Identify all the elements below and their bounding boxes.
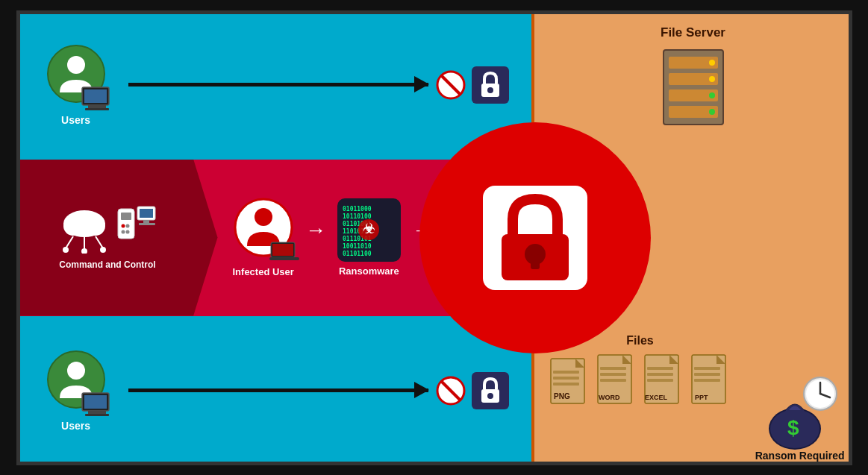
svg-text:PNG: PNG — [554, 392, 570, 400]
excel-file: EXCEL — [643, 353, 684, 406]
svg-rect-24 — [647, 373, 673, 376]
word-file-icon: WORD — [596, 353, 637, 406]
svg-rect-66 — [140, 209, 153, 218]
bot-blocked-icon — [436, 376, 466, 406]
svg-rect-73 — [269, 257, 299, 260]
svg-rect-17 — [600, 367, 626, 370]
svg-point-7 — [709, 92, 715, 98]
top-computer-icon — [81, 86, 113, 111]
bot-computer-icon — [81, 391, 113, 417]
svg-text:$: $ — [787, 416, 799, 439]
top-arrow-area — [128, 83, 428, 86]
svg-rect-12 — [553, 377, 579, 380]
ransomware-label: Ransomware — [339, 265, 399, 277]
top-blocked-area — [436, 66, 509, 104]
infected-user-label: Infected User — [233, 266, 294, 277]
svg-point-62 — [125, 224, 129, 228]
top-lock-icon — [472, 66, 509, 104]
svg-text:EXCEL: EXCEL — [645, 394, 668, 401]
big-lock-svg — [494, 193, 576, 283]
cnc-devices-icon — [116, 205, 157, 254]
file-server-section: File Server — [534, 10, 852, 128]
file-icons-row: PNG WORD — [549, 353, 731, 406]
big-lock-container — [483, 186, 587, 290]
ransomware-svg: 01011000 10110100 01101001 11010110 0111… — [341, 202, 397, 258]
bot-arrow-head — [414, 382, 429, 398]
svg-point-5 — [709, 60, 715, 66]
svg-rect-29 — [694, 367, 720, 370]
server-rack-icon — [660, 46, 727, 128]
svg-rect-25 — [647, 379, 673, 382]
top-user-area: Users — [46, 44, 106, 126]
svg-point-49 — [487, 87, 493, 93]
svg-rect-68 — [139, 223, 155, 225]
svg-point-57 — [81, 248, 87, 254]
svg-text:01101100: 01101100 — [343, 251, 372, 257]
svg-rect-43 — [84, 89, 107, 103]
top-arrow-head — [414, 76, 429, 92]
svg-point-52 — [86, 216, 105, 236]
svg-rect-13 — [553, 383, 579, 386]
bot-lock-svg — [478, 377, 502, 404]
svg-point-63 — [121, 230, 125, 234]
svg-rect-45 — [85, 108, 109, 110]
top-row-content: Users — [16, 44, 539, 126]
cnc-section: Command and Control — [16, 160, 218, 316]
svg-point-51 — [63, 216, 83, 236]
svg-text:01011000: 01011000 — [343, 206, 372, 213]
file-server-label: File Server — [661, 25, 725, 40]
ransom-section: $ Ransom Required — [755, 375, 845, 462]
main-diagram: File Server Files — [16, 10, 852, 465]
svg-rect-23 — [647, 367, 673, 370]
svg-line-55 — [96, 236, 103, 248]
bot-row-content: Users — [16, 350, 539, 432]
png-file: PNG — [549, 357, 590, 406]
ransom-required-label: Ransom Required — [755, 450, 845, 462]
top-blocked-icon — [436, 70, 466, 100]
svg-point-58 — [100, 247, 106, 253]
svg-point-41 — [67, 56, 85, 74]
svg-point-61 — [121, 224, 125, 228]
top-lock-svg — [478, 72, 502, 98]
infected-laptop-icon — [269, 241, 299, 263]
cnc-cloud-icon — [58, 205, 110, 254]
word-file: WORD — [596, 353, 637, 406]
svg-point-56 — [63, 247, 69, 253]
ransomware-area: 01011000 10110100 01101001 11010110 0111… — [337, 198, 401, 277]
bot-arrow-area — [128, 389, 428, 392]
svg-point-8 — [709, 109, 715, 115]
svg-point-84 — [67, 362, 85, 380]
svg-text:☣: ☣ — [363, 221, 375, 236]
bot-user-icon-container — [46, 350, 106, 409]
svg-rect-31 — [694, 379, 720, 382]
top-users-label: Users — [61, 114, 90, 126]
svg-point-6 — [709, 76, 715, 82]
svg-rect-86 — [84, 395, 107, 409]
svg-rect-11 — [553, 371, 579, 374]
svg-rect-87 — [88, 411, 106, 414]
svg-rect-30 — [694, 373, 720, 376]
money-bag-icon: $ — [759, 375, 841, 450]
svg-rect-18 — [600, 373, 626, 376]
svg-rect-44 — [88, 105, 106, 108]
svg-text:10011010: 10011010 — [343, 243, 372, 250]
svg-rect-60 — [121, 213, 131, 220]
svg-rect-72 — [272, 244, 293, 256]
infected-user-area: Infected User — [233, 198, 294, 277]
excel-file-icon: EXCEL — [643, 353, 684, 406]
ppt-file: PPT — [690, 353, 731, 406]
bot-blocked-area — [436, 372, 509, 409]
svg-point-64 — [125, 230, 129, 234]
top-arrow-line — [128, 83, 428, 86]
cnc-label: Command and Control — [59, 259, 155, 270]
big-red-circle — [419, 122, 651, 353]
svg-text:PPT: PPT — [695, 394, 708, 401]
svg-rect-88 — [85, 414, 109, 416]
svg-text:WORD: WORD — [599, 394, 620, 401]
ppt-file-icon: PPT — [690, 353, 731, 406]
bot-users-label: Users — [61, 420, 90, 432]
png-file-icon: PNG — [549, 357, 590, 406]
bot-lock-icon — [472, 372, 509, 409]
top-user-icon-container — [46, 44, 106, 104]
svg-line-53 — [66, 236, 73, 248]
